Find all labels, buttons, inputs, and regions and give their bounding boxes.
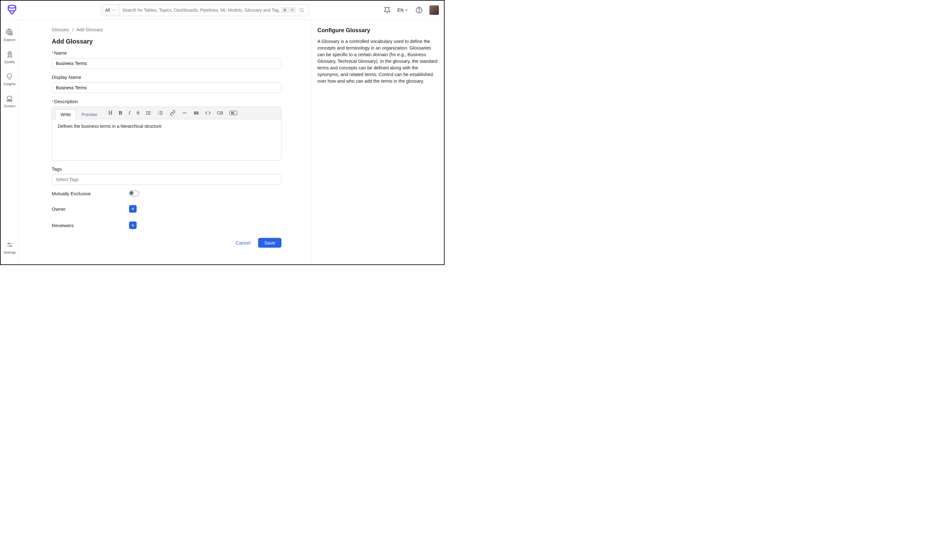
- search-scope-dropdown[interactable]: All: [101, 5, 120, 16]
- svg-point-9: [9, 53, 11, 54]
- svg-point-18: [146, 114, 147, 115]
- help-icon[interactable]: [416, 7, 422, 14]
- name-label: *Name: [52, 50, 282, 55]
- right-panel-title: Configure Glossary: [317, 27, 440, 34]
- description-textarea[interactable]: Defines the business terms in a hierarch…: [52, 119, 281, 160]
- description-editor: Write Preview H B I S 123: [52, 107, 282, 161]
- breadcrumb-current: Add Glossary: [76, 27, 103, 32]
- chevron-down-icon: [404, 8, 409, 12]
- svg-line-7: [12, 35, 12, 35]
- app-header: All ⌘ K EN: [1, 1, 444, 20]
- kbd-k: K: [289, 7, 296, 13]
- sidebar: Explore Quality Insights Govern Settings: [1, 20, 19, 265]
- search-input[interactable]: [122, 8, 280, 12]
- bold-icon[interactable]: B: [119, 110, 122, 116]
- sidebar-item-label: Govern: [4, 104, 15, 108]
- sidebar-item-quality[interactable]: Quality: [4, 47, 15, 69]
- sliders-icon: [6, 241, 14, 249]
- strike-icon[interactable]: S: [137, 110, 140, 116]
- svg-point-0: [8, 5, 15, 8]
- ol-icon[interactable]: 123: [158, 110, 163, 116]
- right-panel-body: A Glossary is a controlled vocabulary us…: [317, 38, 440, 85]
- breadcrumb: Glossary / Add Glossary: [52, 27, 282, 32]
- quote-icon[interactable]: 66: [194, 111, 199, 115]
- editor-tab-preview[interactable]: Preview: [76, 109, 103, 119]
- tags-label: Tags: [52, 166, 282, 172]
- app-logo[interactable]: [6, 4, 18, 16]
- bell-icon[interactable]: [384, 7, 391, 14]
- ul-icon[interactable]: [146, 110, 151, 116]
- cancel-button[interactable]: Cancel: [236, 240, 251, 245]
- add-reviewers-button[interactable]: [129, 222, 137, 229]
- chevron-down-icon: [111, 8, 116, 12]
- right-panel: Configure Glossary A Glossary is a contr…: [311, 20, 444, 265]
- svg-point-16: [146, 112, 147, 113]
- svg-point-8: [8, 51, 12, 55]
- user-avatar[interactable]: [429, 5, 439, 15]
- owner-label: Owner: [52, 206, 129, 212]
- svg-point-13: [10, 245, 11, 247]
- name-input[interactable]: [52, 58, 282, 69]
- mutually-exclusive-toggle[interactable]: [129, 191, 139, 196]
- globe-search-icon: [6, 28, 13, 36]
- search-icon: [299, 7, 305, 13]
- sidebar-item-govern[interactable]: Govern: [4, 91, 15, 114]
- editor-tab-write[interactable]: Write: [55, 109, 76, 119]
- code-icon[interactable]: [205, 110, 211, 116]
- add-owner-button[interactable]: [129, 205, 137, 213]
- kbd-cmd: ⌘: [281, 7, 289, 13]
- tags-input[interactable]: [52, 174, 282, 185]
- language-selector[interactable]: EN: [397, 8, 409, 12]
- sidebar-item-explore[interactable]: Explore: [4, 25, 15, 47]
- description-label: *Description: [52, 99, 282, 104]
- heading-icon[interactable]: H: [108, 110, 112, 117]
- italic-icon[interactable]: I: [129, 110, 131, 116]
- sidebar-item-label: Settings: [3, 251, 16, 254]
- hr-icon[interactable]: [182, 110, 188, 116]
- svg-point-4: [419, 11, 419, 12]
- bulb-icon: [6, 72, 13, 80]
- sidebar-item-label: Quality: [4, 60, 15, 64]
- display-name-label: Display Name: [52, 74, 282, 80]
- codeblock-icon[interactable]: CB: [217, 111, 223, 115]
- link-icon[interactable]: [170, 110, 175, 116]
- reviewers-label: Reviewers: [52, 223, 129, 228]
- badge-icon: [6, 51, 14, 58]
- global-search: All ⌘ K: [101, 4, 309, 16]
- page-title: Add Glossary: [52, 38, 282, 45]
- mutually-exclusive-label: Mutually Exclusive: [52, 191, 129, 196]
- sidebar-item-label: Explore: [4, 38, 15, 42]
- govern-icon: [6, 95, 13, 102]
- sidebar-item-insights[interactable]: Insights: [4, 69, 16, 91]
- svg-point-11: [8, 243, 9, 244]
- display-name-input[interactable]: [52, 82, 282, 93]
- svg-point-14: [146, 111, 147, 112]
- svg-text:3: 3: [159, 113, 159, 115]
- markdown-icon[interactable]: M↓: [229, 111, 237, 115]
- save-button[interactable]: Save: [258, 238, 282, 248]
- sidebar-item-settings[interactable]: Settings: [3, 238, 16, 260]
- sidebar-item-label: Insights: [4, 82, 16, 86]
- svg-point-1: [300, 8, 303, 12]
- svg-line-2: [303, 11, 304, 12]
- breadcrumb-root[interactable]: Glossary: [52, 27, 69, 32]
